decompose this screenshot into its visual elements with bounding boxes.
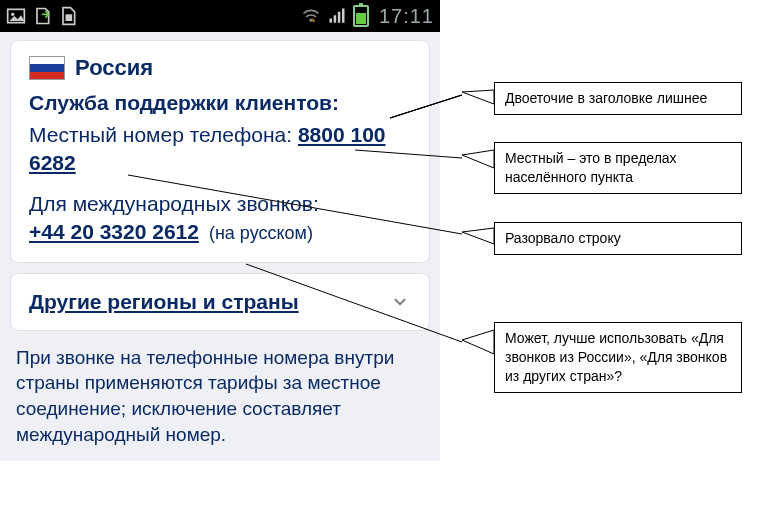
flag-russia-icon (29, 56, 65, 80)
language-note: (на русском) (209, 223, 313, 244)
local-label: Местный номер телефона: (29, 123, 292, 146)
wifi-icon (301, 6, 321, 26)
status-time: 17:11 (379, 5, 434, 28)
svg-point-1 (11, 13, 14, 16)
footnote: При звонке на телефонные номера внутри с… (10, 345, 430, 452)
intl-phone-link[interactable]: +44 20 3320 2612 (29, 220, 199, 244)
expander-label: Другие регионы и страны (29, 290, 299, 314)
intl-label: Для международных звонков: (29, 192, 411, 216)
chevron-down-icon (389, 291, 411, 313)
picture-icon (6, 6, 26, 26)
local-phone-line: Местный номер телефона: 8800 100 6282 (29, 121, 411, 178)
annotation-3: Разорвало строку (494, 222, 742, 255)
annotation-1: Двоеточие в заголовке лишнее (494, 82, 742, 115)
svg-rect-3 (66, 14, 73, 21)
annotation-4: Может, лучше использовать «Для звонков и… (494, 322, 742, 393)
country-name: Россия (75, 55, 153, 81)
svg-point-4 (309, 19, 312, 22)
android-status-bar: 17:11 (0, 0, 440, 32)
support-card: Россия Служба поддержки клиентов: Местны… (10, 40, 430, 263)
battery-icon (353, 5, 369, 27)
other-regions-expander[interactable]: Другие регионы и страны (10, 273, 430, 331)
phone-content: Россия Служба поддержки клиентов: Местны… (0, 32, 440, 461)
sim-icon (58, 6, 78, 26)
support-heading: Служба поддержки клиентов: (29, 91, 411, 115)
signal-icon (327, 6, 347, 26)
annotation-2: Местный – это в пределах населённого пун… (494, 142, 742, 194)
upload-icon (32, 6, 52, 26)
